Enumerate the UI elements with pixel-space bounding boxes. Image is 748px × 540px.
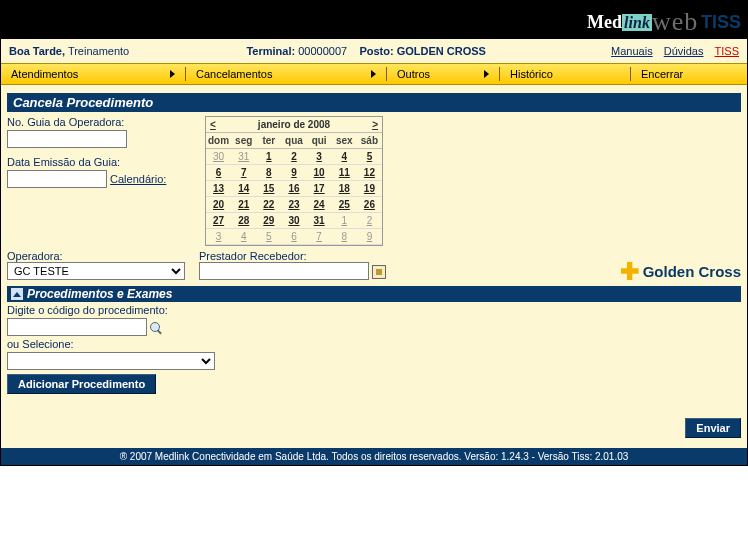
calendar-title: janeiro de 2008 — [258, 119, 330, 130]
calendar-day[interactable]: 8 — [256, 165, 281, 181]
menu-atendimentos-label: Atendimentos — [11, 68, 78, 80]
data-emissao-input[interactable] — [7, 170, 107, 188]
footer-text: ® 2007 Medlink Conectividade em Saúde Lt… — [1, 448, 747, 465]
calendar-prev[interactable]: < — [210, 119, 216, 130]
calendar-day[interactable]: 1 — [256, 149, 281, 165]
calendario-link[interactable]: Calendário: — [110, 173, 166, 185]
calendar-day[interactable]: 3 — [307, 149, 332, 165]
calendar-widget: < janeiro de 2008 > domsegterquaquisexsá… — [205, 116, 383, 246]
ou-selecione-label: ou Selecione: — [7, 338, 741, 350]
calendar-day[interactable]: 25 — [332, 197, 357, 213]
calendar-day[interactable]: 17 — [307, 181, 332, 197]
greeting-label: Boa Tarde, — [9, 45, 65, 57]
info-bar: Boa Tarde, Treinamento Terminal: 0000000… — [1, 39, 747, 63]
guia-label: No. Guia da Operadora: — [7, 116, 197, 128]
calendar-day[interactable]: 6 — [206, 165, 231, 181]
calendar-day[interactable]: 20 — [206, 197, 231, 213]
menu-cancelamentos[interactable]: Cancelamentos — [186, 64, 386, 84]
calendar-dow: qui — [307, 133, 332, 149]
main-menu: Atendimentos Cancelamentos Outros Histór… — [1, 63, 747, 85]
search-icon[interactable] — [150, 322, 162, 334]
calendar-day[interactable]: 21 — [231, 197, 256, 213]
calendar-day[interactable]: 16 — [281, 181, 306, 197]
posto-value: GOLDEN CROSS — [397, 45, 486, 57]
calendar-next[interactable]: > — [372, 119, 378, 130]
calendar-day[interactable]: 27 — [206, 213, 231, 229]
calendar-day[interactable]: 19 — [357, 181, 382, 197]
calendar-day[interactable]: 29 — [256, 213, 281, 229]
adicionar-procedimento-button[interactable]: Adicionar Procedimento — [7, 374, 156, 394]
link-tiss[interactable]: TISS — [715, 45, 739, 57]
menu-atendimentos[interactable]: Atendimentos — [1, 64, 185, 84]
logo-web: web — [652, 7, 698, 36]
procedimento-select[interactable] — [7, 352, 215, 370]
link-duvidas[interactable]: Dúvidas — [664, 45, 704, 57]
insurer-brand-label: Golden Cross — [643, 263, 741, 280]
calendar-day[interactable]: 30 — [206, 149, 231, 165]
logo-link: link — [622, 14, 652, 31]
calendar-day[interactable]: 28 — [231, 213, 256, 229]
posto-label: Posto: — [359, 45, 393, 57]
calendar-day[interactable]: 7 — [307, 229, 332, 245]
greeting-user: Treinamento — [68, 45, 129, 57]
calendar-day[interactable]: 31 — [307, 213, 332, 229]
collapse-icon[interactable] — [11, 288, 23, 300]
calendar-dow: qua — [281, 133, 306, 149]
menu-encerrar[interactable]: Encerrar — [631, 64, 747, 84]
menu-historico[interactable]: Histórico — [500, 64, 630, 84]
calendar-day[interactable]: 11 — [332, 165, 357, 181]
calendar-day[interactable]: 4 — [332, 149, 357, 165]
calendar-dow: sex — [332, 133, 357, 149]
menu-encerrar-label: Encerrar — [641, 68, 683, 80]
lookup-icon[interactable] — [372, 265, 386, 279]
enviar-button[interactable]: Enviar — [685, 418, 741, 438]
calendar-day[interactable]: 23 — [281, 197, 306, 213]
calendar-dow: sáb — [357, 133, 382, 149]
calendar-day[interactable]: 13 — [206, 181, 231, 197]
calendar-day[interactable]: 5 — [256, 229, 281, 245]
prestador-input[interactable] — [199, 262, 369, 280]
calendar-day[interactable]: 22 — [256, 197, 281, 213]
calendar-day[interactable]: 15 — [256, 181, 281, 197]
data-emissao-label: Data Emissão da Guia: — [7, 156, 197, 168]
calendar-day[interactable]: 1 — [332, 213, 357, 229]
calendar-day[interactable]: 18 — [332, 181, 357, 197]
calendar-day[interactable]: 5 — [357, 149, 382, 165]
calendar-day[interactable]: 3 — [206, 229, 231, 245]
codigo-label: Digite o código do procedimento: — [7, 304, 741, 316]
guia-input[interactable] — [7, 130, 127, 148]
calendar-day[interactable]: 2 — [357, 213, 382, 229]
chevron-right-icon — [170, 70, 175, 78]
calendar-day[interactable]: 6 — [281, 229, 306, 245]
calendar-day[interactable]: 26 — [357, 197, 382, 213]
calendar-day[interactable]: 31 — [231, 149, 256, 165]
section-title: Cancela Procedimento — [7, 93, 741, 112]
calendar-day[interactable]: 4 — [231, 229, 256, 245]
plus-icon — [621, 262, 639, 280]
logo-med: Med — [587, 12, 622, 32]
proc-section-title: Procedimentos e Exames — [7, 286, 741, 302]
calendar-day[interactable]: 8 — [332, 229, 357, 245]
calendar-day[interactable]: 14 — [231, 181, 256, 197]
menu-cancelamentos-label: Cancelamentos — [196, 68, 272, 80]
terminal-label: Terminal: — [246, 45, 295, 57]
terminal-value: 00000007 — [298, 45, 347, 57]
calendar-day[interactable]: 9 — [357, 229, 382, 245]
calendar-day[interactable]: 2 — [281, 149, 306, 165]
calendar-day[interactable]: 10 — [307, 165, 332, 181]
menu-historico-label: Histórico — [510, 68, 553, 80]
calendar-day[interactable]: 24 — [307, 197, 332, 213]
link-manuais[interactable]: Manuais — [611, 45, 653, 57]
calendar-day[interactable]: 12 — [357, 165, 382, 181]
app-logo: Medlinkweb TISS — [587, 7, 741, 37]
prestador-label: Prestador Recebedor: — [199, 250, 609, 262]
operadora-label: Operadora: — [7, 250, 187, 262]
menu-outros[interactable]: Outros — [387, 64, 499, 84]
operadora-select[interactable]: GC TESTE — [7, 262, 185, 280]
calendar-day[interactable]: 9 — [281, 165, 306, 181]
codigo-input[interactable] — [7, 318, 147, 336]
calendar-day[interactable]: 7 — [231, 165, 256, 181]
chevron-right-icon — [484, 70, 489, 78]
chevron-right-icon — [371, 70, 376, 78]
calendar-day[interactable]: 30 — [281, 213, 306, 229]
